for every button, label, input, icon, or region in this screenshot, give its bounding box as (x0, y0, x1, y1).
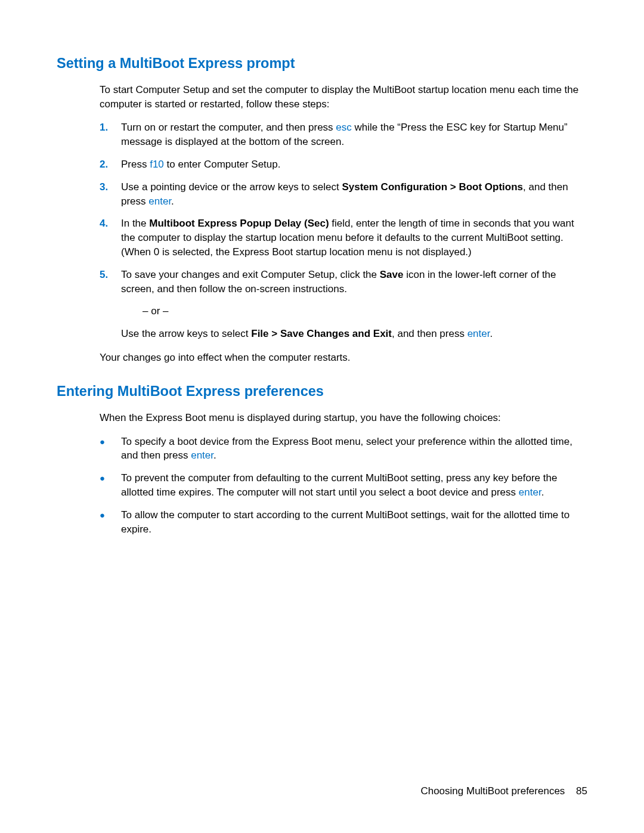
bullet-icon: ● (100, 435, 121, 449)
section-heading-2: Entering MultiBoot Express preferences (57, 382, 587, 401)
choice-text: To specify a boot device from the Expres… (121, 435, 587, 463)
step-5: 5. To save your changes and exit Compute… (100, 268, 587, 341)
section2-intro: When the Express Boot menu is displayed … (100, 411, 587, 425)
field-name-bold: Multiboot Express Popup Delay (Sec) (149, 218, 329, 229)
or-separator: – or – (143, 304, 587, 318)
bullet-icon: ● (100, 471, 121, 485)
step-number: 3. (100, 180, 121, 194)
section-heading-1: Setting a MultiBoot Express prompt (57, 54, 587, 73)
step-3: 3. Use a pointing device or the arrow ke… (100, 180, 587, 209)
choices-list: ● To specify a boot device from the Expr… (100, 435, 587, 537)
step-5-alt: Use the arrow keys to select File > Save… (121, 327, 587, 341)
steps-list: 1. Turn on or restart the computer, and … (100, 120, 587, 341)
section1-intro: To start Computer Setup and set the comp… (100, 83, 587, 112)
step-number: 5. (100, 268, 121, 282)
enter-key: enter (148, 196, 171, 207)
step-text: To save your changes and exit Computer S… (121, 268, 587, 341)
step-number: 1. (100, 120, 121, 135)
choice-1: ● To specify a boot device from the Expr… (100, 435, 587, 463)
section1-closing: Your changes go into effect when the com… (100, 351, 587, 365)
esc-key: esc (336, 122, 351, 133)
enter-key: enter (191, 450, 213, 461)
step-2: 2. Press f10 to enter Computer Setup. (100, 157, 587, 172)
step-4: 4. In the Multiboot Express Popup Delay … (100, 216, 587, 259)
step-number: 2. (100, 157, 121, 172)
page-number: 85 (576, 785, 587, 797)
step-text: Use a pointing device or the arrow keys … (121, 180, 587, 209)
save-icon-bold: Save (380, 269, 404, 280)
page-footer: Choosing MultiBoot preferences 85 (420, 784, 587, 798)
footer-text: Choosing MultiBoot preferences (420, 785, 565, 797)
menu-path-bold: System Configuration > Boot Options (342, 181, 523, 193)
choice-text: To prevent the computer from defaulting … (121, 471, 587, 500)
choice-2: ● To prevent the computer from defaultin… (100, 471, 587, 500)
step-text: In the Multiboot Express Popup Delay (Se… (121, 216, 587, 259)
enter-key: enter (519, 487, 541, 498)
step-text: Press f10 to enter Computer Setup. (121, 157, 587, 172)
choice-text: To allow the computer to start according… (121, 508, 587, 537)
step-text: Turn on or restart the computer, and the… (121, 120, 587, 149)
enter-key: enter (467, 328, 490, 339)
step-number: 4. (100, 216, 121, 231)
menu-path-bold: File > Save Changes and Exit (251, 328, 392, 339)
step-1: 1. Turn on or restart the computer, and … (100, 120, 587, 149)
choice-3: ● To allow the computer to start accordi… (100, 508, 587, 537)
f10-key: f10 (150, 159, 164, 170)
bullet-icon: ● (100, 508, 121, 522)
